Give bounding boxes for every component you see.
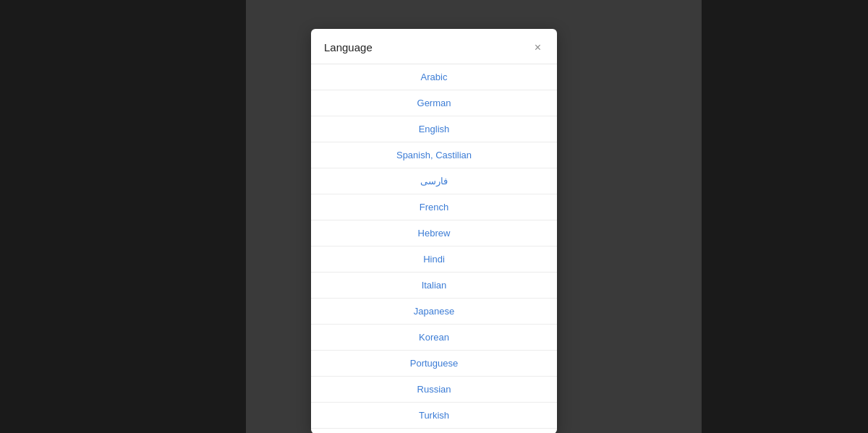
list-item: German — [311, 90, 557, 116]
language-list: ArabicGermanEnglishSpanish, Castilianفار… — [311, 64, 557, 434]
list-item: فارسی — [311, 168, 557, 194]
language-option-hebrew[interactable]: Hebrew — [311, 220, 557, 246]
list-item: Portuguese — [311, 351, 557, 377]
list-item: Russian — [311, 377, 557, 403]
list-item: French — [311, 194, 557, 220]
language-option-arabic[interactable]: Arabic — [311, 64, 557, 90]
list-item: Hindi — [311, 246, 557, 273]
list-item: Italian — [311, 273, 557, 299]
dialog-header: Language × — [311, 29, 557, 64]
language-option-portuguese[interactable]: Portuguese — [311, 351, 557, 376]
list-item: English — [311, 116, 557, 142]
language-dialog: Language × ArabicGermanEnglishSpanish, C… — [311, 29, 557, 434]
list-item: Turkish — [311, 403, 557, 429]
language-option-russian[interactable]: Russian — [311, 377, 557, 402]
language-option-german[interactable]: German — [311, 90, 557, 116]
language-option-turkish[interactable]: Turkish — [311, 403, 557, 428]
language-option-english[interactable]: English — [311, 116, 557, 142]
close-button[interactable]: × — [532, 40, 544, 55]
language-option-chinese[interactable]: Chinese — [311, 429, 557, 434]
list-item: Hebrew — [311, 220, 557, 246]
language-option-italian[interactable]: Italian — [311, 273, 557, 298]
language-option-french[interactable]: French — [311, 194, 557, 220]
language-option-hindi[interactable]: Hindi — [311, 246, 557, 272]
language-option-spanish[interactable]: Spanish, Castilian — [311, 142, 557, 168]
list-item: Spanish, Castilian — [311, 142, 557, 168]
dialog-title: Language — [324, 41, 373, 53]
list-item: Chinese — [311, 429, 557, 434]
language-option-korean[interactable]: Korean — [311, 325, 557, 350]
list-item: Korean — [311, 325, 557, 351]
language-list-container: ArabicGermanEnglishSpanish, Castilianفار… — [311, 64, 557, 434]
list-item: Japanese — [311, 299, 557, 325]
language-option-farsi[interactable]: فارسی — [311, 168, 557, 194]
language-option-japanese[interactable]: Japanese — [311, 299, 557, 324]
list-item: Arabic — [311, 64, 557, 90]
